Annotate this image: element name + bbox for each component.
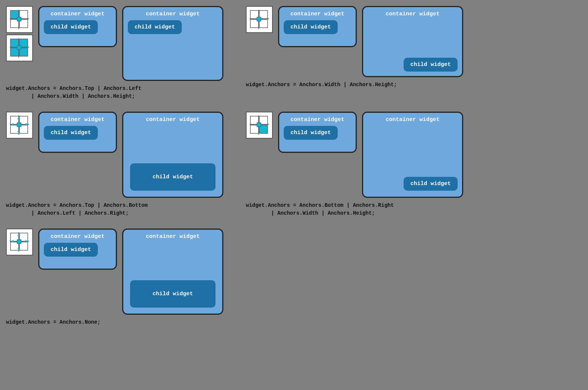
- container-widget-5b: container widget child widget: [122, 229, 223, 315]
- code-label-4: widget.Anchors = Anchors.Bottom | Anchor…: [246, 202, 463, 217]
- example-1: container widget child widget container …: [6, 6, 223, 100]
- anchor-icon-single-2: [246, 6, 273, 33]
- container-widget-1a: container widget child widget: [38, 6, 117, 47]
- anchor-icon-empty: [246, 6, 273, 33]
- svg-marker-52: [11, 240, 13, 243]
- example-5-group: container widget child widget container …: [6, 229, 223, 315]
- container-widget-1b: container widget child widget: [122, 6, 223, 81]
- child-widget-1a[interactable]: child widget: [44, 20, 98, 34]
- anchor-icon-center-arrows: [6, 229, 33, 256]
- anchor-svg-1b: [10, 38, 29, 58]
- example-2-group: container widget child widget container …: [246, 6, 463, 77]
- container-widget-3b: container widget child widget: [122, 112, 223, 198]
- container-label-5a: container widget: [44, 233, 111, 240]
- container-widget-2a: container widget child widget: [278, 6, 357, 47]
- anchor-svg-2: [250, 10, 269, 29]
- code-label-5: widget.Anchors = Anchors.None;: [6, 318, 223, 326]
- container-label-1a: container widget: [44, 11, 111, 17]
- example-3: container widget child widget container …: [6, 112, 223, 217]
- svg-marker-31: [17, 131, 20, 133]
- container-widget-3a: container widget child widget: [38, 112, 117, 153]
- child-widget-5a[interactable]: child widget: [44, 243, 98, 257]
- container-label-4a: container widget: [284, 117, 351, 123]
- anchor-svg-3: [10, 115, 29, 135]
- container-label-1b: container widget: [128, 11, 218, 17]
- container-widget-4b: container widget child widget: [362, 112, 463, 198]
- anchor-icon-top-left-filled: [6, 6, 33, 33]
- example-3-group: container widget child widget container …: [6, 112, 223, 198]
- svg-rect-55: [18, 240, 21, 243]
- child-widget-5b[interactable]: child widget: [130, 280, 215, 308]
- svg-rect-43: [257, 123, 260, 126]
- svg-marker-50: [17, 234, 20, 236]
- code-label-1: widget.Anchors = Anchors.Top | Anchors.L…: [6, 85, 223, 100]
- container-label-2a: container widget: [284, 11, 351, 17]
- container-label-2b: container widget: [368, 11, 458, 17]
- anchor-icon-center-cross: [6, 112, 33, 139]
- example-2: container widget child widget container …: [246, 6, 463, 89]
- child-widget-4b[interactable]: child widget: [404, 177, 458, 191]
- example-4-group: container widget child widget container …: [246, 112, 463, 198]
- anchor-icon-top-left-all: [6, 34, 33, 61]
- svg-marker-30: [17, 117, 20, 119]
- anchor-svg-1a: [10, 10, 29, 29]
- example-1-group: container widget child widget container …: [6, 6, 223, 81]
- svg-marker-33: [25, 123, 28, 126]
- row-1: container widget child widget container …: [6, 6, 582, 100]
- code-label-2: widget.Anchors = Anchors.Width | Anchors…: [246, 81, 463, 89]
- container-widget-2b: container widget child widget: [362, 6, 463, 77]
- svg-rect-35: [18, 123, 21, 126]
- svg-marker-51: [17, 248, 20, 250]
- container-widget-4a: container widget child widget: [278, 112, 357, 153]
- anchor-svg-4: [250, 115, 269, 135]
- code-label-3: widget.Anchors = Anchors.Top | Anchors.B…: [6, 202, 223, 217]
- child-widget-3b[interactable]: child widget: [130, 163, 215, 191]
- container-label-3b: container widget: [128, 117, 218, 123]
- main-layout: container widget child widget container …: [6, 6, 582, 326]
- child-widget-4a[interactable]: child widget: [284, 126, 338, 140]
- anchor-icon-single-4: [246, 112, 273, 139]
- anchor-svg-5: [10, 232, 29, 252]
- svg-marker-32: [11, 123, 13, 126]
- container-label-5b: container widget: [128, 233, 218, 240]
- row-3: container widget child widget container …: [6, 229, 582, 326]
- row-2: container widget child widget container …: [6, 112, 582, 217]
- anchor-icon-single-5: [6, 229, 33, 256]
- container-label-4b: container widget: [368, 117, 458, 123]
- svg-rect-15: [18, 46, 21, 49]
- child-widget-2b[interactable]: child widget: [404, 58, 458, 72]
- child-widget-1b[interactable]: child widget: [128, 20, 182, 34]
- child-widget-3a[interactable]: child widget: [44, 126, 98, 140]
- example-5: container widget child widget container …: [6, 229, 223, 326]
- child-widget-2a[interactable]: child widget: [284, 20, 338, 34]
- container-widget-5a: container widget child widget: [38, 229, 117, 270]
- anchor-icon-stack-1: [6, 6, 33, 61]
- anchor-icon-bottom-right: [246, 112, 273, 139]
- svg-marker-53: [25, 240, 28, 243]
- example-4: container widget child widget container …: [246, 112, 463, 217]
- container-label-3a: container widget: [44, 117, 111, 123]
- anchor-icon-single-3: [6, 112, 33, 139]
- svg-rect-7: [18, 18, 21, 21]
- svg-rect-23: [257, 18, 260, 21]
